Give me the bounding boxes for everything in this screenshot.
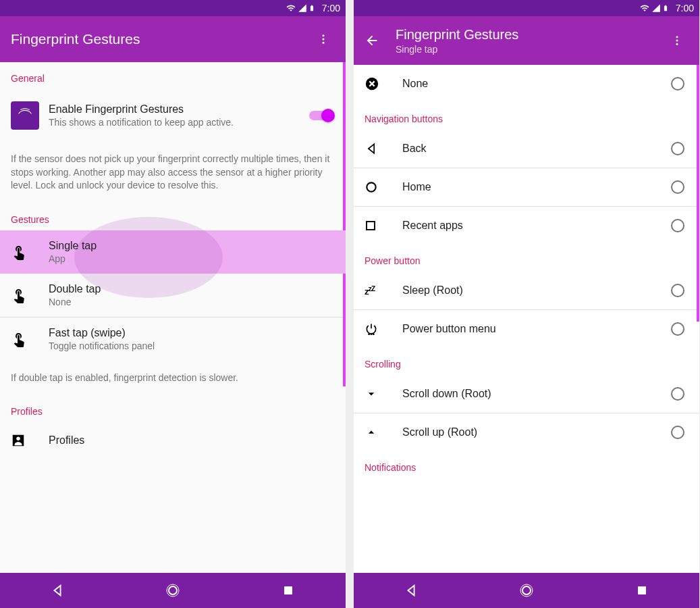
enable-subtitle: This shows a notification to keep app ac… <box>49 117 309 128</box>
option-recent[interactable]: Recent apps <box>354 207 699 245</box>
radio-button[interactable] <box>671 142 684 155</box>
appbar: Fingerprint Gestures <box>0 16 346 62</box>
scroll-indicator <box>697 65 699 322</box>
option-label: Power button menu <box>402 323 667 335</box>
back-button[interactable] <box>365 33 379 48</box>
nav-home-icon <box>165 582 181 599</box>
appbar-title: Fingerprint Gestures <box>396 27 666 43</box>
single-tap-title: Single tap <box>49 240 335 252</box>
section-power: Power button <box>354 245 699 272</box>
option-label: Sleep (Root) <box>402 284 667 297</box>
svg-rect-18 <box>638 586 646 594</box>
section-scrolling: Scrolling <box>354 348 699 375</box>
svg-point-7 <box>676 36 678 38</box>
radio-button[interactable] <box>671 77 684 91</box>
cancel-icon <box>365 76 379 91</box>
svg-point-5 <box>169 586 177 594</box>
double-tap-sub: None <box>49 297 335 307</box>
section-general: General <box>0 62 346 89</box>
sensor-note: If the sensor does not pick up your fing… <box>0 142 346 203</box>
nav-back-button[interactable] <box>30 574 84 607</box>
option-label: None <box>402 78 667 90</box>
svg-rect-12 <box>367 222 375 230</box>
section-profiles: Profiles <box>0 395 346 422</box>
nav-back-button[interactable] <box>384 574 438 607</box>
nav-recent-button[interactable] <box>615 574 669 607</box>
chevron-up-icon <box>365 426 378 439</box>
option-label: Home <box>402 181 667 193</box>
nav-recent-icon <box>282 584 294 597</box>
enable-switch[interactable] <box>309 109 335 122</box>
option-power-menu[interactable]: Power button menu <box>354 310 699 348</box>
fingerprint-icon <box>11 101 39 130</box>
option-label: Scroll down (Root) <box>402 388 667 400</box>
double-note: If double tap is enabled, fingerprint de… <box>0 361 346 396</box>
statusbar: 7:00 <box>0 0 346 16</box>
svg-point-11 <box>367 182 375 191</box>
gesture-fast-tap[interactable]: Fast tap (swipe) Toggle notifications pa… <box>0 318 346 361</box>
radio-button[interactable] <box>671 219 684 232</box>
nav-home-button[interactable] <box>500 574 554 607</box>
nav-back-icon <box>50 583 65 598</box>
svg-point-13 <box>369 334 369 334</box>
svg-point-1 <box>323 39 325 41</box>
power-icon <box>365 322 378 336</box>
tap-icon <box>11 287 27 303</box>
statusbar: 7:00 <box>354 0 699 16</box>
nav-home-button[interactable] <box>146 574 200 607</box>
radio-button[interactable] <box>671 387 684 401</box>
svg-point-9 <box>676 43 678 45</box>
tap-icon <box>11 331 27 347</box>
settings-content: General Enable Fingerprint Gestures This… <box>0 62 346 573</box>
nav-back-triangle-icon <box>365 142 378 155</box>
svg-point-3 <box>16 437 20 441</box>
enable-title: Enable Fingerprint Gestures <box>49 103 309 116</box>
nav-back-icon <box>404 583 419 598</box>
option-sleep[interactable]: zzZ Sleep (Root) <box>354 272 699 309</box>
svg-point-2 <box>323 42 325 44</box>
chevron-down-icon <box>365 387 378 401</box>
profiles-label: Profiles <box>49 434 335 447</box>
appbar: Fingerprint Gestures Single tap <box>354 16 699 65</box>
person-icon <box>11 433 26 448</box>
gesture-single-tap[interactable]: Single tap App <box>0 230 346 274</box>
option-label: Scroll up (Root) <box>402 426 667 438</box>
status-time: 7:00 <box>322 3 340 14</box>
svg-point-17 <box>522 586 531 594</box>
overflow-menu-button[interactable] <box>666 29 689 52</box>
svg-point-14 <box>371 334 371 334</box>
svg-point-15 <box>373 334 374 334</box>
circle-icon <box>365 180 378 194</box>
nav-recent-icon <box>636 584 648 597</box>
section-notifications: Notifications <box>354 451 699 478</box>
radio-button[interactable] <box>671 180 684 194</box>
section-nav: Navigation buttons <box>354 103 699 130</box>
option-label: Back <box>402 143 667 155</box>
option-none[interactable]: None <box>354 65 699 103</box>
option-scroll-up[interactable]: Scroll up (Root) <box>354 413 699 451</box>
profiles-item[interactable]: Profiles <box>0 422 346 449</box>
phone-right: 7:00 Fingerprint Gestures Single tap Non… <box>354 0 699 608</box>
sleep-icon: zzZ <box>365 284 375 297</box>
option-home[interactable]: Home <box>354 168 699 206</box>
battery-icon <box>662 3 669 14</box>
square-icon <box>365 220 377 232</box>
option-back[interactable]: Back <box>354 130 699 168</box>
appbar-title: Fingerprint Gestures <box>11 31 312 47</box>
more-vert-icon <box>671 34 683 47</box>
radio-button[interactable] <box>671 322 684 336</box>
action-list: None Navigation buttons Back Home Recent… <box>354 65 699 573</box>
enable-gestures-item[interactable]: Enable Fingerprint Gestures This shows a… <box>0 89 346 142</box>
radio-button[interactable] <box>671 426 684 439</box>
signal-icon <box>298 3 307 13</box>
fast-tap-title: Fast tap (swipe) <box>49 327 335 339</box>
wifi-icon <box>286 3 296 13</box>
svg-rect-6 <box>284 586 292 594</box>
wifi-icon <box>639 3 650 13</box>
nav-recent-button[interactable] <box>261 574 315 607</box>
navbar <box>0 573 346 608</box>
radio-button[interactable] <box>671 284 684 297</box>
signal-icon <box>651 3 661 13</box>
overflow-menu-button[interactable] <box>312 28 335 51</box>
option-scroll-down[interactable]: Scroll down (Root) <box>354 375 699 413</box>
